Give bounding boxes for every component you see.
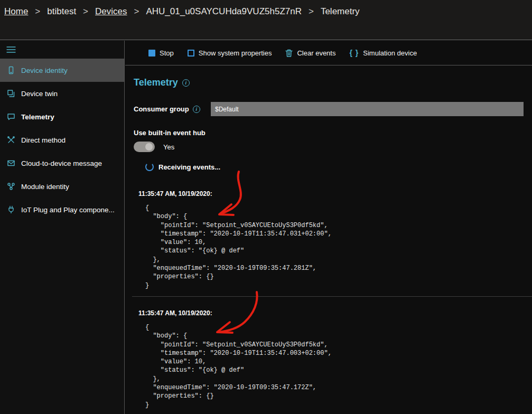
sidebar-item-iot-plug-and-play[interactable]: IoT Plug and Play compone... [0, 198, 124, 221]
stop-label: Stop [160, 49, 174, 57]
trash-icon [285, 49, 293, 57]
sidebar-item-label: Device twin [21, 90, 58, 98]
spinner-icon [145, 163, 154, 171]
page-title-row: Telemetry i [134, 77, 532, 88]
sidebar-item-cloud-to-device-message[interactable]: Cloud-to-device message [0, 152, 124, 175]
braces-icon: { } [349, 49, 359, 57]
breadcrumb-hub[interactable]: btibtest [47, 6, 76, 17]
receiving-events-label: Receiving events... [158, 163, 220, 171]
toggle-knob-icon [145, 143, 153, 150]
sidebar-item-device-twin[interactable]: Device twin [0, 82, 124, 105]
module-identity-icon [7, 182, 15, 191]
event-divider [132, 296, 532, 297]
sidebar-nav: Device identity Device twin Telemetry Di… [0, 59, 124, 221]
stop-button[interactable]: Stop [148, 49, 174, 57]
device-twin-icon [7, 89, 15, 98]
event-json: { "body": { "pointId": "Setpoint_v0SAYCU… [145, 323, 532, 409]
breadcrumb-separator: > [134, 6, 139, 17]
info-icon[interactable]: i [193, 106, 200, 113]
consumer-group-input[interactable] [211, 102, 524, 116]
device-identity-icon [7, 66, 15, 74]
use-built-in-event-hub-label: Use built-in event hub [134, 129, 532, 137]
event-list: 11:35:47 AM, 10/19/2020: { "body": { "po… [138, 309, 532, 409]
breadcrumb-devices-link[interactable]: Devices [95, 6, 127, 17]
event-timestamp: 11:35:47 AM, 10/19/2020: [138, 309, 532, 317]
event-hub-toggle[interactable] [134, 142, 155, 152]
sidebar-item-label: Direct method [21, 136, 66, 144]
show-system-properties-label: Show system properties [199, 49, 272, 57]
event-list: 11:35:47 AM, 10/19/2020: { "body": { "po… [138, 190, 532, 290]
hamburger-menu-button[interactable] [0, 41, 22, 57]
sidebar: Device identity Device twin Telemetry Di… [0, 41, 125, 414]
event-json: { "body": { "pointId": "Setpoint_v0SAYCU… [145, 204, 532, 290]
event-item: 11:35:47 AM, 10/19/2020: { "body": { "po… [138, 309, 532, 409]
toggle-value-label: Yes [163, 143, 174, 151]
sidebar-item-label: Cloud-to-device message [21, 159, 102, 167]
breadcrumb-home-link[interactable]: Home [4, 6, 28, 17]
event-timestamp: 11:35:47 AM, 10/19/2020: [138, 190, 532, 197]
consumer-group-label: Consumer group [134, 105, 189, 113]
main-panel: Stop Show system properties Clear events… [125, 41, 532, 414]
simulation-device-label: Simulation device [363, 49, 417, 57]
simulation-device-button[interactable]: { } Simulation device [349, 49, 417, 57]
event-hub-toggle-row: Yes [134, 142, 532, 152]
page-title: Telemetry [134, 77, 178, 88]
command-bar: Stop Show system properties Clear events… [125, 41, 532, 65]
sidebar-item-label: Module identity [21, 183, 69, 191]
sidebar-item-label: IoT Plug and Play compone... [21, 206, 115, 214]
consumer-group-row: Consumer group i [134, 102, 524, 116]
checkbox-icon [188, 50, 194, 57]
sidebar-item-device-identity[interactable]: Device identity [0, 59, 124, 82]
clear-events-label: Clear events [297, 49, 335, 57]
sidebar-item-label: Telemetry [21, 113, 54, 121]
sidebar-item-label: Device identity [21, 67, 68, 74]
telemetry-chat-icon [7, 112, 15, 121]
breadcrumb-separator: > [35, 6, 40, 17]
breadcrumb: Home > btibtest > Devices > AHU_01_u0SAY… [0, 0, 532, 40]
plug-icon [7, 205, 15, 214]
sidebar-item-module-identity[interactable]: Module identity [0, 175, 124, 198]
info-icon[interactable]: i [182, 79, 190, 87]
hamburger-icon [6, 46, 16, 53]
direct-method-icon [7, 136, 15, 144]
breadcrumb-separator: > [83, 6, 88, 17]
sidebar-item-telemetry[interactable]: Telemetry [0, 105, 124, 128]
clear-events-button[interactable]: Clear events [285, 49, 335, 57]
stop-icon [148, 50, 155, 57]
event-item: 11:35:47 AM, 10/19/2020: { "body": { "po… [138, 190, 532, 290]
sidebar-item-direct-method[interactable]: Direct method [0, 128, 124, 152]
receiving-events-row: Receiving events... [145, 163, 532, 171]
breadcrumb-separator: > [309, 6, 314, 17]
show-system-properties-button[interactable]: Show system properties [188, 49, 272, 57]
envelope-icon [7, 159, 15, 167]
breadcrumb-device-id[interactable]: AHU_01_u0SAYCUHda9VUZ5h5Z7nR [146, 6, 302, 17]
breadcrumb-current-page: Telemetry [321, 6, 360, 17]
